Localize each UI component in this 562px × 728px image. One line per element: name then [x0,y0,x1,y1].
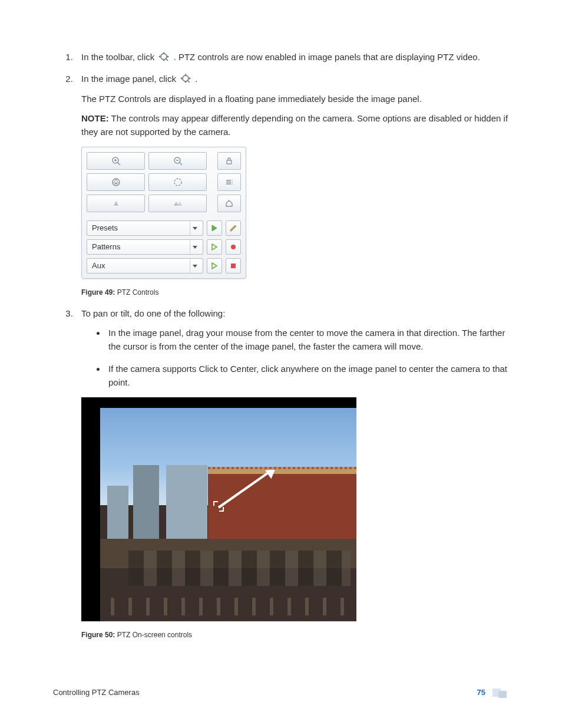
figure-49-caption: Figure 49: PTZ Controls [81,287,509,298]
note-label: NOTE: [81,113,109,123]
pattern-record-button[interactable] [226,239,241,255]
svg-marker-31 [193,227,197,230]
home-button[interactable] [217,195,241,212]
svg-marker-36 [193,265,197,268]
svg-marker-2 [163,52,165,54]
svg-marker-34 [212,244,217,250]
ptz-toolbar-icon [157,51,171,62]
step2-text-post: . [195,74,197,84]
step-2: In the image panel, click . The PT [75,72,509,298]
svg-marker-8 [184,74,187,75]
figure-50: Figure 50: PTZ On-screen controls [81,397,509,641]
svg-point-25 [232,180,233,181]
svg-marker-3 [163,60,165,61]
ptz-panel-icon [178,73,193,84]
svg-marker-9 [184,81,187,83]
figure-49-label: Figure 49: [81,288,115,297]
footer-logo-icon [492,687,509,698]
svg-rect-38 [231,263,236,268]
step1-text-post: . PTZ controls are now enabled in image … [174,52,480,62]
presets-dropdown[interactable]: Presets [87,220,203,236]
step3-sub-a: In the image panel, drag your mouse from… [106,326,509,354]
svg-line-1 [166,58,168,61]
svg-line-17 [179,163,182,166]
presets-label: Presets [92,222,118,234]
step2-text-pre: In the image panel, click [81,74,178,84]
menu-button[interactable] [217,173,241,191]
step2-p1: The PTZ Controls are displayed in a floa… [81,92,509,106]
step-3: To pan or tilt, do one of the following:… [75,307,509,641]
svg-point-21 [174,179,181,186]
step1-text-pre: In the toolbar, click [81,52,157,62]
svg-line-13 [117,163,120,166]
figure-49-text: PTZ Controls [117,288,159,297]
svg-line-7 [187,80,190,83]
iris-close-button[interactable] [148,173,207,191]
lock-button[interactable] [217,152,241,170]
aux-dropdown[interactable]: Aux [87,258,203,274]
patterns-label: Patterns [92,241,120,253]
svg-marker-33 [193,246,197,249]
footer-title: Controlling PTZ Cameras [53,687,140,699]
aux-row: Aux [87,258,241,274]
chevron-down-icon [190,240,199,254]
zoom-out-button[interactable] [148,152,207,170]
figure-50-caption: Figure 50: PTZ On-screen controls [81,630,509,641]
svg-marker-5 [167,55,169,58]
figure-50-text: PTZ On-screen controls [117,631,192,639]
aux-stop-button[interactable] [226,258,241,274]
svg-marker-4 [158,55,160,58]
preset-edit-button[interactable] [226,220,241,236]
preset-go-button[interactable] [207,220,222,236]
patterns-dropdown[interactable]: Patterns [87,239,203,255]
svg-marker-37 [212,263,217,269]
svg-rect-19 [227,160,232,164]
figure-50-label: Figure 50: [81,631,115,639]
ptz-controls-panel: Presets [81,147,246,279]
svg-marker-32 [212,225,217,231]
note-text: The controls may appear differently depe… [81,113,508,137]
footer-page-number: 75 [477,687,485,699]
focus-far-button[interactable] [148,195,207,212]
step3-sub-b: If the camera supports Click to Center, … [106,362,509,390]
pattern-play-button[interactable] [207,239,222,255]
step-1: In the toolbar, click . PTZ controls are… [75,50,509,64]
chevron-down-icon [190,259,199,273]
aux-play-button[interactable] [207,258,222,274]
svg-point-26 [232,182,233,183]
step2-note: NOTE: The controls may appear differentl… [81,111,509,139]
focus-near-button[interactable] [87,195,145,212]
svg-marker-10 [180,77,182,80]
step3-intro: To pan or tilt, do one of the following: [81,308,225,318]
svg-marker-28 [114,201,118,206]
patterns-row: Patterns [87,239,241,255]
zoom-in-button[interactable] [87,152,145,170]
figure-49: Presets [81,147,509,298]
svg-marker-11 [189,77,191,80]
svg-marker-30 [177,202,182,206]
svg-point-35 [231,245,236,249]
ptz-onscreen-image [81,397,356,621]
iris-open-button[interactable] [87,173,145,191]
aux-label: Aux [92,260,105,272]
presets-row: Presets [87,220,241,236]
page-footer: Controlling PTZ Cameras 75 [53,687,509,699]
chevron-down-icon [190,221,199,235]
svg-point-27 [232,183,233,185]
